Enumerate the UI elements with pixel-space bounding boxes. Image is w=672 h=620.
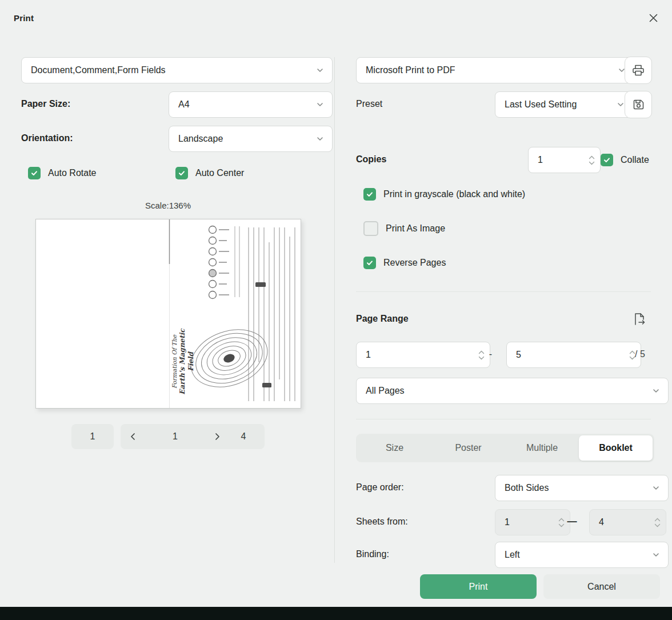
printer-properties-button[interactable] [625,57,652,84]
preview-title-line2: Earth's Magnetic Field [178,319,195,405]
chevron-down-icon [651,550,661,559]
stepper-up[interactable] [589,155,595,160]
content-select[interactable]: Document,Comment,Form Fields [21,57,333,83]
printer-icon [631,63,645,77]
print-as-image-checkbox-row[interactable]: Print As Image [363,222,445,235]
current-page: 1 [173,431,178,442]
close-icon [649,13,658,23]
scale-text: Scale:136% [21,201,315,210]
page-export-icon [631,311,647,327]
content-select-value: Document,Comment,Form Fields [31,65,166,75]
preview-page-art [36,219,301,408]
chevron-down-icon [315,66,325,75]
paper-size-select[interactable]: A4 [169,91,333,118]
chevron-down-icon [315,100,325,109]
chevron-left-icon [128,431,138,442]
stepper-down[interactable] [589,161,595,166]
sheets-from-value: 1 [505,517,510,527]
orientation-value: Landscape [178,134,223,144]
check-icon [178,169,186,177]
collate-checkbox[interactable] [601,154,613,166]
auto-center-checkbox-row[interactable]: Auto Center [175,166,244,180]
page-order-select[interactable]: Both Sides [495,475,669,501]
copies-value: 1 [538,155,543,165]
sheets-to-stepper [654,517,661,528]
grayscale-checkbox-row[interactable]: Print in grayscale (black and white) [363,187,525,201]
page-order-value: Both Sides [505,483,549,493]
chevron-down-icon [616,100,625,109]
preview-document-title: Formation Of The Earth's Magnetic Field [171,319,190,405]
tab-booklet[interactable]: Booklet [579,435,653,461]
auto-rotate-checkbox[interactable] [28,167,41,179]
grayscale-checkbox[interactable] [363,188,376,201]
chevron-down-icon [651,386,661,395]
page-subset-value: All Pages [366,386,405,396]
collate-checkbox-row[interactable]: Collate [601,153,649,167]
tab-size[interactable]: Size [358,435,431,461]
first-page-button[interactable]: 1 [71,424,114,449]
cancel-button[interactable]: Cancel [543,574,660,599]
layout-tabbar: Size Poster Multiple Booklet [356,434,654,462]
range-from-input[interactable]: 1 [356,342,490,368]
chevron-down-icon [315,134,325,143]
printer-select-value: Microsoft Print to PDF [366,65,455,75]
binding-select[interactable]: Left [495,542,669,568]
preset-value: Last Used Setting [505,99,577,110]
orientation-label: Orientation: [21,126,73,151]
reverse-pages-label: Reverse Pages [383,258,446,268]
print-as-image-checkbox[interactable] [363,221,378,236]
window-bottom-edge [0,607,672,620]
page-subset-select[interactable]: All Pages [356,378,669,404]
print-as-image-label: Print As Image [386,223,445,234]
tab-poster[interactable]: Poster [431,435,505,461]
range-from-value: 1 [366,350,371,360]
sheets-to-input[interactable]: 4 [589,509,666,535]
preset-label: Preset [356,91,382,117]
chevron-down-icon [654,523,661,527]
dialog-title: Print [14,0,34,35]
close-button[interactable] [643,8,663,27]
chevron-right-icon [212,431,222,442]
last-page-label: 4 [241,431,246,442]
preset-select[interactable]: Last Used Setting [495,91,633,118]
page-total: / 5 [629,342,651,367]
last-page-button[interactable]: 4 [222,424,265,449]
check-icon [30,169,38,177]
page-pager: 1 [121,424,230,449]
copies-label: Copies [356,147,386,172]
sheets-dash: — [555,509,589,534]
save-preset-button[interactable] [625,91,652,118]
extract-pages-button[interactable] [629,309,649,329]
binding-label: Binding: [356,542,389,567]
print-button[interactable]: Print [420,574,537,599]
page-range-label: Page Range [356,311,409,326]
section-divider [356,419,651,419]
prev-page-button[interactable] [128,431,138,442]
sheets-from-label: Sheets from: [356,509,408,534]
binding-value: Left [505,550,520,560]
range-to-value: 5 [516,350,521,360]
preview-title-line1: Formation Of The [171,319,178,405]
reverse-pages-checkbox[interactable] [363,257,376,269]
paper-size-value: A4 [178,99,190,110]
paper-size-label: Paper Size: [21,91,70,117]
auto-center-checkbox[interactable] [175,167,188,179]
range-dash: - [475,342,506,367]
next-page-button[interactable] [212,431,222,442]
save-icon [631,98,645,111]
tab-multiple[interactable]: Multiple [505,435,579,461]
sheets-to-value: 4 [599,517,604,527]
reverse-pages-checkbox-row[interactable]: Reverse Pages [363,256,446,270]
range-to-input[interactable]: 5 [506,342,641,368]
stepper-down[interactable] [654,523,661,528]
section-divider [356,291,651,292]
printer-select[interactable]: Microsoft Print to PDF [356,57,634,83]
check-icon [603,156,611,164]
check-icon [366,259,374,267]
copies-input[interactable]: 1 [528,147,601,173]
stepper-up[interactable] [654,517,661,522]
orientation-select[interactable]: Landscape [169,126,333,152]
auto-rotate-checkbox-row[interactable]: Auto Rotate [28,166,97,180]
chevron-down-icon [651,483,661,493]
chevron-up-icon [654,518,661,522]
